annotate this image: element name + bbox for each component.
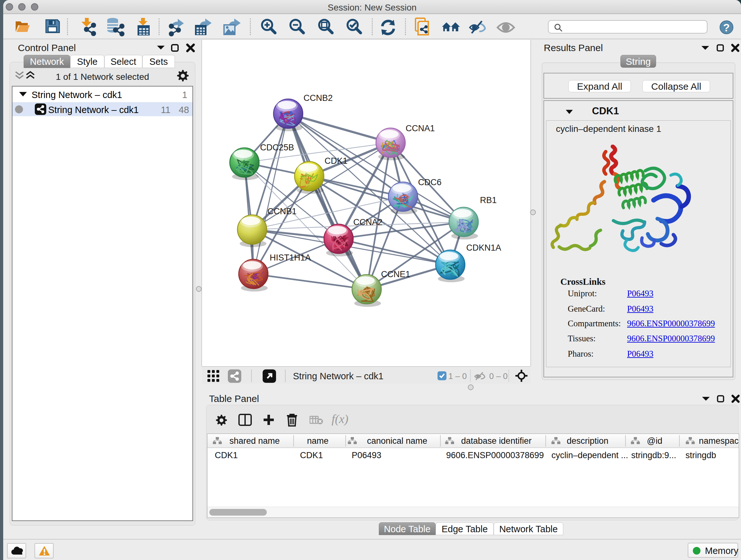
svg-text:CCNA1: CCNA1 xyxy=(406,124,435,133)
svg-text:CCNE1: CCNE1 xyxy=(381,269,410,279)
svg-text:HIST1H1A: HIST1H1A xyxy=(270,253,311,262)
svg-text:CDK1: CDK1 xyxy=(325,156,347,166)
svg-text:RB1: RB1 xyxy=(480,195,497,205)
svg-text:CDKN1A: CDKN1A xyxy=(466,243,501,253)
svg-text:CCNB1: CCNB1 xyxy=(267,206,297,216)
svg-text:CCNA2: CCNA2 xyxy=(353,217,383,227)
svg-text:CCNB2: CCNB2 xyxy=(304,93,333,103)
svg-text:CDC6: CDC6 xyxy=(418,178,442,187)
svg-text:CDC25B: CDC25B xyxy=(260,143,294,152)
